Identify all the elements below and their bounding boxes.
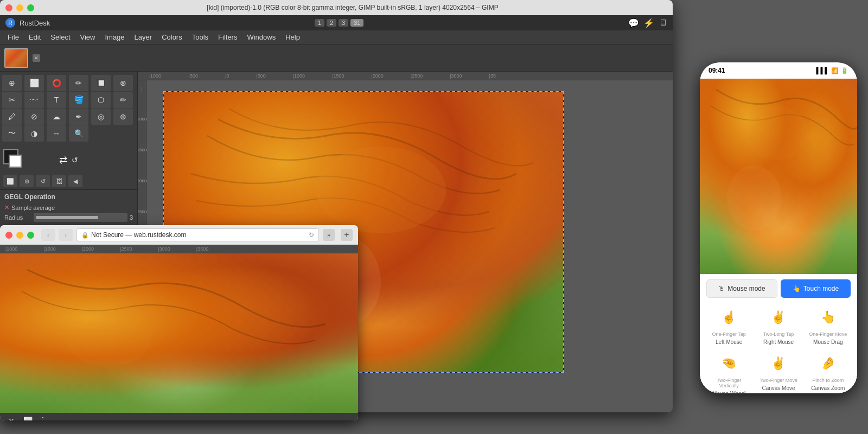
minimize-button[interactable] xyxy=(16,4,23,11)
tool-bucket-fill[interactable]: 🪣 xyxy=(69,92,88,108)
mouse-drag-icon: 👆 xyxy=(816,305,840,329)
sample-avg-label: Sample average xyxy=(11,205,55,211)
badge-2[interactable]: 2 xyxy=(327,19,336,27)
phone-mockup: 09:41 ▌▌▌ 📶 🔋 🖱 Mouse mode xyxy=(700,62,857,393)
ruler-tick-2500: |2500 xyxy=(411,73,423,79)
menu-select[interactable]: Select xyxy=(46,32,74,42)
menu-layer[interactable]: Layer xyxy=(130,32,157,42)
tool-select-by-color[interactable]: ⊗ xyxy=(113,75,133,91)
browser-close-btn[interactable] xyxy=(5,232,12,239)
svg-point-4 xyxy=(727,165,781,231)
browser-back-btn[interactable]: ‹ xyxy=(41,229,55,241)
tool-paths[interactable]: 〰 xyxy=(24,92,44,108)
tool-free-select[interactable]: ✏ xyxy=(69,75,88,91)
tool-paintbrush[interactable]: 🖊 xyxy=(2,108,22,125)
phone-statusbar: 09:41 ▌▌▌ 📶 🔋 xyxy=(700,62,857,79)
gimp-thumbbar: ✕ xyxy=(0,44,673,72)
canvas-move-sublabel: Two-Finger Move xyxy=(760,378,797,383)
panel-undo[interactable]: ↺ xyxy=(36,175,50,187)
menu-edit[interactable]: Edit xyxy=(24,32,45,42)
panel-collapse[interactable]: ◀ xyxy=(68,175,82,187)
sample-average-row: ✕ Sample average xyxy=(4,204,133,211)
vruler-1500: 1500 xyxy=(138,148,146,152)
menu-help[interactable]: Help xyxy=(281,32,304,42)
chat-icon[interactable]: 💬 xyxy=(628,18,639,28)
sample-avg-check[interactable]: ✕ xyxy=(4,204,9,211)
tool-measure[interactable]: ↔ xyxy=(47,125,66,142)
mouse-icon: 🖱 xyxy=(718,285,725,292)
maximize-button[interactable] xyxy=(27,4,34,11)
vruler-0: | xyxy=(141,86,142,91)
browser-close-session[interactable]: ✕ xyxy=(5,415,17,420)
tool-eraser[interactable]: ⊘ xyxy=(24,108,44,125)
thumbnail-close[interactable]: ✕ xyxy=(33,54,40,62)
badge-3[interactable]: 3 xyxy=(339,19,348,27)
tool-smudge[interactable]: 〜 xyxy=(2,125,22,142)
new-tab-btn[interactable]: + xyxy=(341,229,353,241)
browser-forward-btn[interactable]: › xyxy=(59,229,73,241)
vruler-2000: 2000 xyxy=(138,178,146,183)
menu-view[interactable]: View xyxy=(76,32,100,42)
left-mouse-sublabel: One-Finger Tap xyxy=(712,331,745,337)
tool-healing[interactable]: ◎ xyxy=(91,108,111,125)
tool-scissors[interactable]: ✂ xyxy=(2,92,22,108)
panel-image-info[interactable]: 🖼 xyxy=(52,175,66,187)
reset-colors[interactable]: ↺ xyxy=(72,156,78,164)
tool-dodge-burn[interactable]: ◑ xyxy=(24,125,44,142)
menu-colors[interactable]: Colors xyxy=(157,32,187,42)
mouse-drag-sublabel: One-Finger Move xyxy=(809,331,847,337)
tool-rect-select[interactable]: ⬜ xyxy=(24,75,44,91)
mouse-drag-label: Mouse Drag xyxy=(813,339,843,345)
left-mouse-icon: ☝ xyxy=(717,305,741,329)
badge-31[interactable]: 31 xyxy=(350,19,363,27)
browser-max-btn[interactable] xyxy=(27,232,34,239)
swap-colors[interactable]: ⇄ xyxy=(59,154,67,166)
ruler-tick-1500: |1500 xyxy=(332,73,344,79)
badge-1[interactable]: 1 xyxy=(315,19,324,27)
tool-airbrush[interactable]: ☁ xyxy=(47,108,66,125)
tool-blend[interactable]: ⬡ xyxy=(91,92,111,108)
gimp-menubar: File Edit Select View Image Layer Colors… xyxy=(0,30,673,44)
browser-expand-btn[interactable]: ⌄ xyxy=(346,416,353,421)
background-color[interactable] xyxy=(9,155,22,168)
tool-fuzzy-select[interactable]: 🔲 xyxy=(91,75,111,91)
ruler-tick-35: |35 xyxy=(489,73,496,79)
browser-min-btn[interactable] xyxy=(16,232,23,239)
browser-extensions-btn[interactable]: » xyxy=(323,229,335,241)
radius-slider[interactable] xyxy=(34,213,127,222)
panel-icons: ⬜ ⊗ ↺ 🖼 ◀ xyxy=(0,173,137,190)
menu-filters[interactable]: Filters xyxy=(214,32,241,42)
mouse-wheel-icon: 🤏 xyxy=(717,352,741,375)
menu-file[interactable]: File xyxy=(3,32,23,42)
browser-reload-icon[interactable]: ↻ xyxy=(309,231,314,239)
rustdesk-icon: R xyxy=(5,18,15,28)
phone-signal-icon: ▌▌▌ xyxy=(816,67,829,74)
menu-windows[interactable]: Windows xyxy=(242,32,280,42)
panel-channels[interactable]: ⊗ xyxy=(20,175,34,187)
close-button[interactable] xyxy=(5,4,12,11)
ruler-tick-500: |500 xyxy=(256,73,265,79)
menu-tools[interactable]: Tools xyxy=(188,32,213,42)
browser-urlbar[interactable]: 🔒 Not Secure — web.rustdesk.com ↻ xyxy=(76,228,319,241)
browser-fullscreen-btn[interactable]: ⬜ xyxy=(22,415,34,420)
tool-pencil[interactable]: ✏ xyxy=(113,92,133,108)
tool-text[interactable]: T xyxy=(47,92,66,108)
browser-url: Not Secure — web.rustdesk.com xyxy=(91,231,186,239)
touch-mode-label: Touch mode xyxy=(803,285,839,292)
browser-more-btn[interactable]: ⋮ xyxy=(38,415,48,420)
left-mouse-label: Left Mouse xyxy=(716,339,742,345)
bolt-icon[interactable]: ⚡ xyxy=(643,18,654,28)
monitor-icon[interactable]: 🖥 xyxy=(659,18,667,28)
panel-layers[interactable]: ⬜ xyxy=(3,175,17,187)
mouse-mode-btn[interactable]: 🖱 Mouse mode xyxy=(706,279,777,298)
canvas-move-label: Canvas Move xyxy=(762,385,795,391)
tool-move[interactable]: ⊕ xyxy=(2,75,22,91)
document-thumbnail[interactable] xyxy=(4,48,28,68)
tool-ink[interactable]: ✒ xyxy=(69,108,88,125)
tool-zoom[interactable]: 🔍 xyxy=(69,125,88,142)
menu-image[interactable]: Image xyxy=(100,32,129,42)
touch-mode-btn[interactable]: 👆 Touch mode xyxy=(781,279,851,298)
tool-clone[interactable]: ⊕ xyxy=(113,108,133,125)
mouse-mode-label: Mouse mode xyxy=(727,285,765,292)
tool-ellipse-select[interactable]: ⭕ xyxy=(47,75,66,91)
